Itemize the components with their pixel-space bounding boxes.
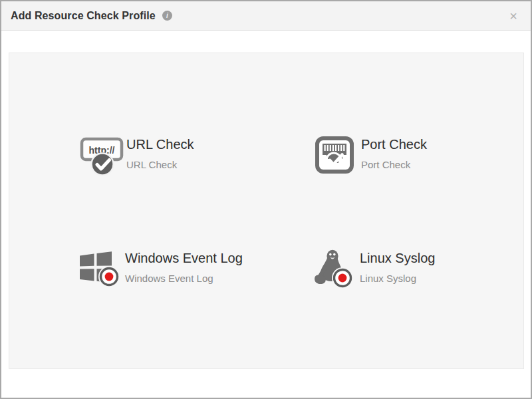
option-subtitle: Windows Event Log: [125, 273, 243, 285]
option-subtitle: URL Check: [126, 159, 194, 171]
option-title: Port Check: [361, 136, 427, 152]
option-linux-syslog[interactable]: Linux Syslog Linux Syslog: [313, 249, 435, 289]
option-subtitle: Port Check: [361, 159, 427, 171]
option-port-check[interactable]: Port Check Port Check: [315, 136, 427, 176]
dialog-header: Add Resource Check Profile i ×: [1, 1, 531, 31]
linux-syslog-icon: [313, 249, 360, 289]
option-title: Linux Syslog: [360, 250, 435, 266]
option-title: URL Check: [126, 136, 194, 152]
option-url-check[interactable]: http:// URL Check URL Check: [80, 136, 194, 176]
option-windows-event-log[interactable]: Windows Event Log Windows Event Log: [78, 249, 243, 289]
info-icon[interactable]: i: [162, 11, 172, 21]
check-type-panel: http:// URL Check URL Check: [9, 53, 524, 369]
windows-event-log-icon: [78, 249, 125, 289]
close-icon[interactable]: ×: [505, 8, 521, 24]
url-check-icon: http://: [80, 136, 126, 176]
add-resource-check-profile-dialog: Add Resource Check Profile i × http:// U…: [0, 0, 532, 399]
dialog-title: Add Resource Check Profile: [11, 10, 156, 22]
option-subtitle: Linux Syslog: [360, 273, 435, 285]
port-check-icon: [315, 136, 361, 176]
option-title: Windows Event Log: [125, 250, 243, 266]
